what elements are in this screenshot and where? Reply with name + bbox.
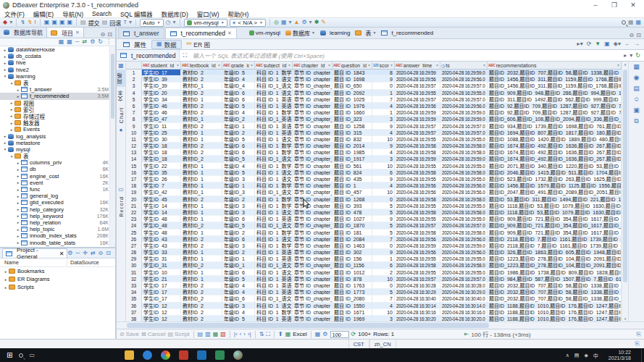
table-cell[interactable]: 2020-04-28 16:29:55 <box>395 136 440 143</box>
table-cell[interactable]: 6 <box>372 169 395 176</box>
table-cell[interactable]: 2020-04-28 16:30:16.0 <box>440 309 488 316</box>
table-cell[interactable]: 章节 ID_chapter_2 <box>293 295 333 302</box>
table-cell[interactable]: 科目 ID_1_语文 <box>255 189 293 195</box>
table-cell[interactable]: 2020-04-28 16:30:14 <box>395 303 440 309</box>
table-cell[interactable]: 科目 ID_1_语文 <box>255 90 293 96</box>
table-cell[interactable]: 学生ID_17 <box>142 282 181 289</box>
table-cell[interactable]: 9 <box>372 123 395 130</box>
row-number[interactable]: 3 <box>126 83 142 89</box>
row-number[interactable]: 18 <box>126 182 142 189</box>
metadata-icon[interactable]: ▣ <box>633 106 640 114</box>
table-cell[interactable]: 学生ID_33 <box>142 249 181 256</box>
breadcrumb-数据库[interactable]: 数据库▼ <box>284 29 317 37</box>
row-number[interactable]: 23 <box>126 216 142 222</box>
table-cell[interactable]: 题目 ID_1 <box>333 182 372 189</box>
table-cell[interactable]: 学生ID_21 <box>142 276 181 282</box>
table-cell[interactable]: 教材ID_2 <box>181 103 222 109</box>
table-cell[interactable]: 2020-04-28 16:29:59.0 <box>440 70 488 76</box>
close-icon[interactable]: ✕ <box>59 251 64 257</box>
table-cell[interactable]: 年级ID_6 <box>222 90 255 96</box>
table-cell[interactable]: 学生ID_30 <box>142 136 181 143</box>
table-cell[interactable]: 4 <box>372 130 395 136</box>
brush-icon[interactable]: ✎ <box>321 19 326 26</box>
row-number[interactable]: 2 <box>126 76 142 83</box>
close-icon[interactable]: ✕ <box>75 30 80 35</box>
table-cell[interactable]: 2020-04-28 16:29:58.0 <box>440 209 488 216</box>
breadcrumb-表[interactable]: 表▼ <box>354 29 377 37</box>
table-cell[interactable]: 年级ID_1 <box>222 262 255 269</box>
table-cell[interactable]: 教材ID_2 <box>181 149 222 156</box>
table-cell[interactable]: 学生ID_12 <box>142 303 181 309</box>
table-cell[interactable]: 年级ID_6 <box>222 143 255 149</box>
table-cell[interactable]: 科目 ID_1_语文 <box>255 209 293 216</box>
notification-edge[interactable] <box>641 348 644 362</box>
table-cell[interactable]: 学生ID_35 <box>142 169 181 176</box>
table-cell[interactable]: 题目 ID_181 <box>333 230 372 236</box>
table-cell[interactable]: 2020-04-28 16:29:58.0 <box>440 169 488 176</box>
maximize-editor-icon[interactable]: ⊡ <box>636 32 641 38</box>
commit-label[interactable]: 提交 <box>88 19 100 27</box>
fetch-size-input[interactable]: 100 <box>330 331 349 338</box>
apply-filter-icon[interactable]: ▸ <box>624 52 627 59</box>
fetch-more-label[interactable]: 100+ <box>358 331 371 337</box>
sql-new-editor-icon[interactable]: ▣ <box>51 19 57 26</box>
table-cell[interactable]: 题目 ID_1550 <box>333 303 372 309</box>
cancel-button[interactable]: ⊠Cancel <box>141 331 166 337</box>
table-cell[interactable]: 章节 ID_chapter_2 <box>293 203 333 209</box>
table-cell[interactable]: 年级ID_4 <box>222 282 255 289</box>
row-number[interactable]: 30 <box>126 262 142 269</box>
chevron-collapsed-icon[interactable]: ▸ <box>2 61 8 65</box>
table-cell[interactable]: 题目ID_1088,题目ID_1420,题目ID_1889,题目ID_480,题… <box>488 136 622 143</box>
chevron-collapsed-icon[interactable]: ▸ <box>9 107 14 111</box>
table-cell[interactable]: 科目 ID_1_语文 <box>255 222 293 229</box>
table-cell[interactable]: 题目 ID_878 <box>333 276 372 282</box>
tree-item[interactable]: ▸help_keyword176K <box>0 213 115 219</box>
vertical-scrollbar[interactable]: ∧ ∨ <box>622 62 628 321</box>
row-number[interactable]: 14 <box>126 156 142 162</box>
table-cell[interactable]: 题目ID_92,题目ID_709,题目ID_1287,题目ID_927,题目ID… <box>488 109 622 116</box>
column-name[interactable]: Name <box>0 259 67 266</box>
sql-console-icon[interactable]: ▣ <box>67 19 73 26</box>
fetch-more-icon[interactable]: ⟳ <box>351 331 356 337</box>
table-cell[interactable]: 科目 ID_1_数学 <box>255 149 293 156</box>
sql-filter-input[interactable]: 输入一个 SQL 表达式来过滤结果 (使用 Ctrl+Space) <box>190 51 620 59</box>
config-gear-icon[interactable]: ⚙ <box>322 331 327 337</box>
table-cell[interactable]: 题目 ID_1773 <box>333 289 372 295</box>
refresh-result-icon[interactable]: ↻ <box>635 52 640 59</box>
project-item[interactable]: ▸Bookmarks <box>0 267 115 275</box>
table-cell[interactable]: 2020-04-28 16:30:14.0 <box>440 303 488 309</box>
table-cell[interactable]: 2020-04-28 16:29:59 <box>395 70 440 76</box>
row-number[interactable]: 4 <box>126 90 142 96</box>
maximize-view-icon[interactable]: ⊡ <box>107 31 112 38</box>
file-explorer-icon[interactable] <box>125 350 134 360</box>
column-header-rownum[interactable] <box>126 62 142 69</box>
table-cell[interactable]: 2020-04-28 16:30:40 <box>395 295 440 302</box>
table-cell[interactable]: 题目ID_1188,题目ID_1010,题目ID_176,题目ID_1247,题… <box>488 316 622 321</box>
table-cell[interactable]: 题目ID_2046,题目ID_1415,题目ID_511,题目ID_1704,题… <box>488 169 622 176</box>
table-cell[interactable]: 3 <box>372 116 395 122</box>
table-cell[interactable]: 年级ID_4 <box>222 109 255 116</box>
table-cell[interactable]: 题目 ID_1268 <box>333 196 372 203</box>
table-cell[interactable]: 学生ID_34 <box>142 96 181 103</box>
record-icon[interactable]: ▭ <box>118 185 124 193</box>
column-header-question_id[interactable]: ABCquestion_id▼ <box>333 62 372 69</box>
table-cell[interactable]: 2020-04-28 16:29:58 <box>395 196 440 203</box>
table-cell[interactable]: 题目 ID_478 <box>333 209 372 216</box>
chevron-collapsed-icon[interactable]: ▸ <box>2 48 8 52</box>
column-header-student_id[interactable]: ABCstudent_id▼ <box>142 62 181 69</box>
chevron-expanded-icon[interactable]: ▾ <box>2 74 8 78</box>
project-item[interactable]: ▸Scripts <box>0 283 115 291</box>
table-cell[interactable]: 年级ID_2 <box>222 249 255 256</box>
table-cell[interactable]: 学生ID_11 <box>142 123 181 130</box>
table-cell[interactable]: 8 <box>372 70 395 76</box>
chevron-collapsed-icon[interactable]: ▸ <box>15 201 21 205</box>
menu-item[interactable]: 编辑(E) <box>29 9 58 18</box>
table-cell[interactable]: 2020-04-28 16:29:58 <box>395 149 440 156</box>
table-cell[interactable]: 2020-04-28 16:29:57 <box>395 96 440 103</box>
table-cell[interactable]: 学生ID_17 <box>142 295 181 302</box>
table-cell[interactable]: 10 <box>372 136 395 143</box>
table-cell[interactable]: 学生ID_25 <box>142 130 181 136</box>
editor-tab-t_answer[interactable]: t_answer <box>118 28 164 38</box>
filter-sort-icon[interactable]: ▼ <box>176 63 180 67</box>
filter-sort-icon[interactable]: ▼ <box>435 63 439 67</box>
